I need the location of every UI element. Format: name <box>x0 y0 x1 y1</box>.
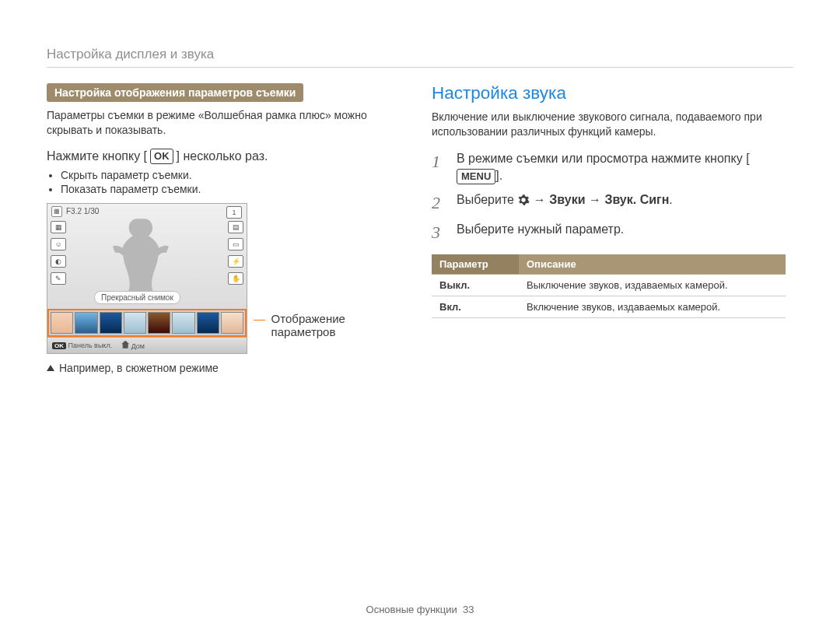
step-1: 1 В режиме съемки или просмотра нажмите … <box>432 150 786 185</box>
thumb-icon <box>51 312 73 334</box>
divider <box>47 67 793 68</box>
step2-post: . <box>669 193 672 206</box>
bottombar-right: Дом <box>121 341 145 350</box>
step-number: 2 <box>432 191 446 215</box>
page: Настройка дисплея и звука Настройка отоб… <box>0 0 840 634</box>
right-column: Настройка звука Включение или выключение… <box>432 83 786 374</box>
top-exposure-label: F3.2 1/30 <box>66 207 99 215</box>
td-label: Выкл. <box>432 275 519 296</box>
instr-pre: Нажмите кнопку [ <box>47 149 147 163</box>
td-label: Вкл. <box>432 296 519 318</box>
caption-text: Например, в сюжетном режиме <box>59 362 219 374</box>
thumb-icon <box>100 312 122 334</box>
footer-page-number: 33 <box>463 604 474 615</box>
step-number: 3 <box>432 221 446 245</box>
camera-tooltip: Прекрасный снимок <box>94 291 180 304</box>
page-header-title: Настройка дисплея и звука <box>47 47 793 62</box>
step2-pre: Выберите <box>457 193 517 206</box>
home-icon <box>121 341 129 349</box>
bottombar-left: OK Панель выкл. <box>52 342 112 349</box>
quality-icon: ▭ <box>228 238 243 250</box>
right-intro: Включение или выключение звукового сигна… <box>432 110 786 139</box>
step1-pre: В режиме съемки или просмотра нажмите кн… <box>457 152 743 165</box>
step2-bold: → Звуки → Звук. Сигн <box>534 193 670 206</box>
thumb-icon <box>75 312 97 334</box>
figure-caption: Например, в сюжетном режиме <box>47 362 401 374</box>
battery-icon: 1 <box>226 206 242 219</box>
camera-bottombar: OK Панель выкл. Дом <box>47 337 247 353</box>
mode-chip-icon: ▦ <box>51 206 62 217</box>
gear-icon <box>517 194 530 206</box>
thumb-icon <box>148 312 170 334</box>
left-column: Настройка отображения параметров съемки … <box>47 83 401 374</box>
bullet-item: Скрыть параметр съемки. <box>61 169 401 181</box>
right-icon-column: ▤ ▭ ⚡ ✋ <box>228 221 243 285</box>
triangle-up-icon <box>47 365 54 371</box>
step-3: 3 Выберите нужный параметр. <box>432 221 786 245</box>
options-table: Параметр Описание Выкл. Выключение звуко… <box>432 254 786 318</box>
th-parameter: Параметр <box>432 254 519 275</box>
td-desc: Выключение звуков, издаваемых камерой. <box>519 275 786 296</box>
left-intro: Параметры съемки в режиме «Волшебная рам… <box>47 108 401 138</box>
thumbnail-strip <box>51 312 243 334</box>
camera-screen: ▦ F3.2 1/30 1 ▦ ☺ ◐ ✎ ▤ <box>47 203 247 354</box>
grid-icon: ▦ <box>51 221 66 233</box>
callout-text: Отображение параметров <box>271 312 401 338</box>
step-list: 1 В режиме съемки или просмотра нажмите … <box>432 150 786 245</box>
step-body: Выберите → Звуки → Звук. Сигн. <box>457 191 786 215</box>
table-header-row: Параметр Описание <box>432 254 786 275</box>
instruction-line: Нажмите кнопку [OK] несколько раз. <box>47 149 401 164</box>
panel-label: Панель выкл. <box>68 342 113 349</box>
flash-icon: ⚡ <box>228 255 243 268</box>
footer-section: Основные функции <box>366 604 457 615</box>
thumb-icon <box>172 312 194 334</box>
camera-figure-wrap: ▦ F3.2 1/30 1 ▦ ☺ ◐ ✎ ▤ <box>47 203 401 354</box>
thumb-icon <box>197 312 219 334</box>
columns: Настройка отображения параметров съемки … <box>47 83 793 374</box>
bullet-list: Скрыть параметр съемки. Показать парамет… <box>47 169 401 195</box>
left-icon-column: ▦ ☺ ◐ ✎ <box>51 221 66 285</box>
table-row: Выкл. Выключение звуков, издаваемых каме… <box>432 275 786 296</box>
resolution-icon: ▤ <box>228 221 243 233</box>
face-icon: ☺ <box>51 238 66 250</box>
step-body: Выберите нужный параметр. <box>457 221 786 245</box>
instr-post: ] несколько раз. <box>177 149 268 163</box>
contrast-icon: ◐ <box>51 255 66 268</box>
menu-button-label: MENU <box>457 169 495 184</box>
step-body: В режиме съемки или просмотра нажмите кн… <box>457 150 786 185</box>
step1-post: . <box>499 169 502 182</box>
home-label: Дом <box>131 342 145 350</box>
ok-mini-icon: OK <box>52 342 66 349</box>
hand-icon: ✋ <box>228 272 243 285</box>
sound-heading: Настройка звука <box>432 83 786 103</box>
top-right-icons: 1 <box>226 206 243 219</box>
step-2: 2 Выберите → Звуки → Звук. Сигн. <box>432 191 786 215</box>
camera-topbar: ▦ F3.2 1/30 <box>51 206 99 217</box>
bullet-item: Показать параметр съемки. <box>61 183 401 195</box>
th-description: Описание <box>519 254 786 275</box>
camera-upper: ▦ F3.2 1/30 1 ▦ ☺ ◐ ✎ ▤ <box>47 204 247 309</box>
td-desc: Включение звуков, издаваемых камерой. <box>519 296 786 318</box>
ok-button-label: OK <box>150 149 173 164</box>
thumb-icon <box>124 312 146 334</box>
page-footer: Основные функции 33 <box>0 604 840 615</box>
callout-connector <box>254 320 265 321</box>
brush-icon: ✎ <box>51 272 66 285</box>
step-number: 1 <box>432 150 446 185</box>
section-badge: Настройка отображения параметров съемки <box>47 83 303 102</box>
thumb-icon <box>221 312 243 334</box>
thumb-strip-highlight <box>47 309 247 337</box>
table-row: Вкл. Включение звуков, издаваемых камеро… <box>432 296 786 318</box>
